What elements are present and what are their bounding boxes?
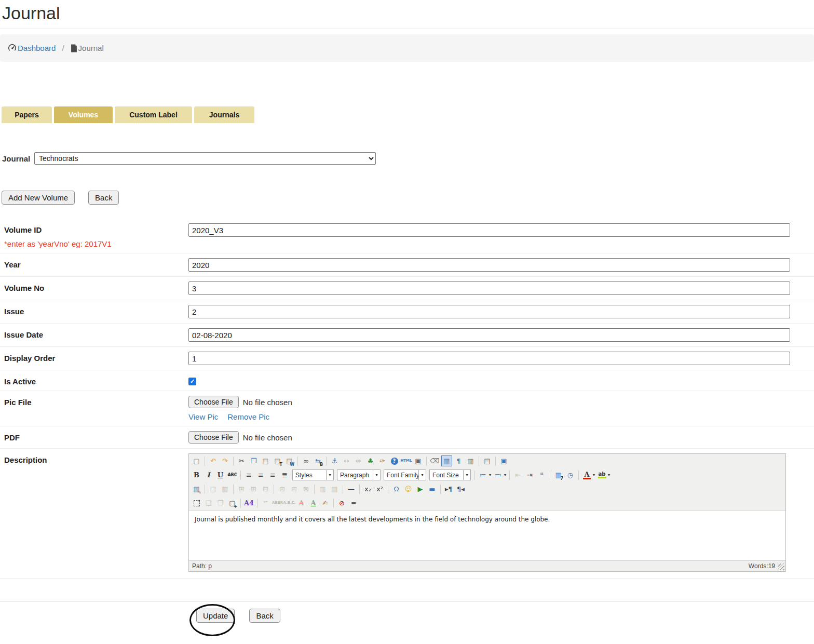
is-active-checkbox[interactable]: ✓ xyxy=(188,378,196,385)
anchor-icon[interactable]: ⚓ xyxy=(329,455,340,466)
dropdown-arrow-icon[interactable]: ▾ xyxy=(489,473,491,477)
tab-journals[interactable]: Journals xyxy=(194,106,254,123)
merge-cells-icon[interactable]: ▦ xyxy=(329,484,340,494)
ltr-icon[interactable]: ▸¶ xyxy=(443,484,454,494)
table-cell-props-icon[interactable]: ▥ xyxy=(220,484,230,494)
volume-no-input[interactable] xyxy=(188,281,790,295)
attributes-icon[interactable]: ✍ xyxy=(320,498,331,508)
strikethrough-icon[interactable]: ABC xyxy=(227,469,238,480)
find-icon[interactable]: ∞ xyxy=(301,455,311,466)
indent-icon[interactable]: ⇥ xyxy=(524,469,535,480)
align-center-icon[interactable]: ≡ xyxy=(255,469,266,480)
split-cells-icon[interactable]: ▥ xyxy=(317,484,328,494)
delete-col-icon[interactable]: ⊠ xyxy=(301,484,311,494)
breadcrumb-dashboard-link[interactable]: Dashboard xyxy=(8,44,56,52)
font-family-dropdown[interactable]: Font Family▾ xyxy=(384,469,426,480)
html-source-icon[interactable]: HTML xyxy=(401,455,412,466)
journal-select[interactable]: Technocrats xyxy=(34,152,376,165)
nonbreaking-icon[interactable]: ⊘ xyxy=(336,498,347,508)
acronym-icon[interactable]: A.B.C. xyxy=(284,498,295,508)
emoticon-icon[interactable]: ☺ xyxy=(403,484,414,494)
insert-layer-icon[interactable]: ▢+ xyxy=(227,498,238,508)
fullscreen-icon[interactable]: ▣ xyxy=(498,455,509,466)
citation-icon[interactable]: ❝❞ xyxy=(260,498,271,508)
insert-col-after-icon[interactable]: ⊞ xyxy=(289,484,300,494)
bring-forward-icon[interactable]: ❏ xyxy=(203,498,214,508)
rtl-icon[interactable]: ¶◂ xyxy=(455,484,466,494)
bullet-list-icon[interactable]: ≔ xyxy=(478,469,489,480)
bold-icon[interactable]: B xyxy=(191,469,202,480)
layer-select-icon[interactable] xyxy=(191,498,202,508)
italic-icon[interactable]: I xyxy=(203,469,214,480)
pic-file-choose-button[interactable]: Choose File xyxy=(188,396,239,408)
issue-date-input[interactable] xyxy=(188,328,790,342)
text-color-icon[interactable]: A xyxy=(581,469,592,480)
format-dropdown[interactable]: Paragraph▾ xyxy=(337,469,381,480)
year-input[interactable] xyxy=(188,258,790,272)
paste-icon[interactable]: ▤ xyxy=(260,455,271,466)
align-right-icon[interactable]: ≡ xyxy=(267,469,278,480)
styles-dropdown[interactable]: Styles▾ xyxy=(292,469,334,480)
delete-row-icon[interactable]: ⊟ xyxy=(260,484,271,494)
tab-custom-label[interactable]: Custom Label xyxy=(115,106,192,123)
outdent-icon[interactable]: ⇤ xyxy=(512,469,523,480)
editor-content[interactable]: Journal is published monthly and it cove… xyxy=(189,510,785,560)
help-icon[interactable]: ? xyxy=(389,455,400,466)
view-pic-link[interactable]: View Pic xyxy=(188,412,218,421)
issue-input[interactable] xyxy=(188,305,790,318)
cleanup-icon[interactable]: ✑ xyxy=(377,455,388,466)
print-icon[interactable]: ▤ xyxy=(482,455,493,466)
highlight-color-icon[interactable]: ab xyxy=(596,469,607,480)
superscript-icon[interactable]: x² xyxy=(374,484,385,494)
page-break-icon[interactable]: ═ xyxy=(348,498,359,508)
resize-grip[interactable] xyxy=(778,564,784,570)
dropdown-arrow-icon[interactable]: ▾ xyxy=(593,473,595,477)
align-justify-icon[interactable]: ≣ xyxy=(279,469,290,480)
special-char-icon[interactable]: Ω xyxy=(391,484,402,494)
abbreviation-icon[interactable]: ABBR xyxy=(272,498,283,508)
paste-as-text-icon[interactable]: ▤T xyxy=(272,455,283,466)
find-replace-icon[interactable]: ⇆B xyxy=(313,455,323,466)
copy-icon[interactable]: ❐ xyxy=(248,455,259,466)
horizontal-rule-icon[interactable]: — xyxy=(346,484,357,494)
remove-pic-link[interactable]: Remove Pic xyxy=(227,412,269,421)
preview-icon[interactable]: ▣ xyxy=(413,455,424,466)
back-button-top[interactable]: Back xyxy=(88,191,119,205)
media-icon[interactable]: ▶ xyxy=(415,484,426,494)
insert-row-before-icon[interactable]: ⊞ xyxy=(236,484,247,494)
back-button-bottom[interactable]: Back xyxy=(249,609,280,623)
tab-papers[interactable]: Papers xyxy=(2,106,52,123)
image-icon[interactable]: ♣ xyxy=(365,455,376,466)
show-blocks-icon[interactable]: ¶ xyxy=(453,455,464,466)
display-order-input[interactable] xyxy=(188,352,790,365)
deletion-icon[interactable]: A xyxy=(296,498,307,508)
insert-date-icon[interactable]: ▦7 xyxy=(553,469,564,480)
style-props-icon[interactable]: A4 xyxy=(243,498,254,508)
redo-icon[interactable]: ↷ xyxy=(220,455,230,466)
page-preview-icon[interactable]: ▥ xyxy=(465,455,476,466)
visual-aid-icon[interactable]: ▦ xyxy=(441,455,452,466)
link-icon[interactable]: ↔ xyxy=(341,455,352,466)
update-button[interactable]: Update xyxy=(196,609,235,623)
cut-icon[interactable]: ✂ xyxy=(236,455,247,466)
pdf-choose-button[interactable]: Choose File xyxy=(188,431,239,444)
add-new-volume-button[interactable]: Add New Volume xyxy=(2,191,75,205)
remove-format-icon[interactable]: ⌫ xyxy=(429,455,440,466)
insertion-icon[interactable]: A xyxy=(308,498,319,508)
volume-id-input[interactable] xyxy=(188,223,790,237)
tab-volumes[interactable]: Volumes xyxy=(54,106,113,123)
numbered-list-icon[interactable]: ≕ xyxy=(493,469,504,480)
dropdown-arrow-icon[interactable]: ▾ xyxy=(608,473,610,477)
subscript-icon[interactable]: x₂ xyxy=(362,484,373,494)
insert-col-before-icon[interactable]: ⊞ xyxy=(277,484,288,494)
undo-icon[interactable]: ↶ xyxy=(208,455,219,466)
table-row-props-icon[interactable]: ▤ xyxy=(208,484,219,494)
dropdown-arrow-icon[interactable]: ▾ xyxy=(504,473,506,477)
insert-time-icon[interactable]: ◷ xyxy=(565,469,576,480)
underline-icon[interactable]: U xyxy=(215,469,226,480)
send-backward-icon[interactable]: ❐ xyxy=(215,498,226,508)
blockquote-icon[interactable]: ❝ xyxy=(536,469,547,480)
new-document-icon[interactable]: ▢ xyxy=(191,455,202,466)
insert-row-after-icon[interactable]: ⊞ xyxy=(248,484,259,494)
font-size-dropdown[interactable]: Font Size▾ xyxy=(429,469,471,480)
